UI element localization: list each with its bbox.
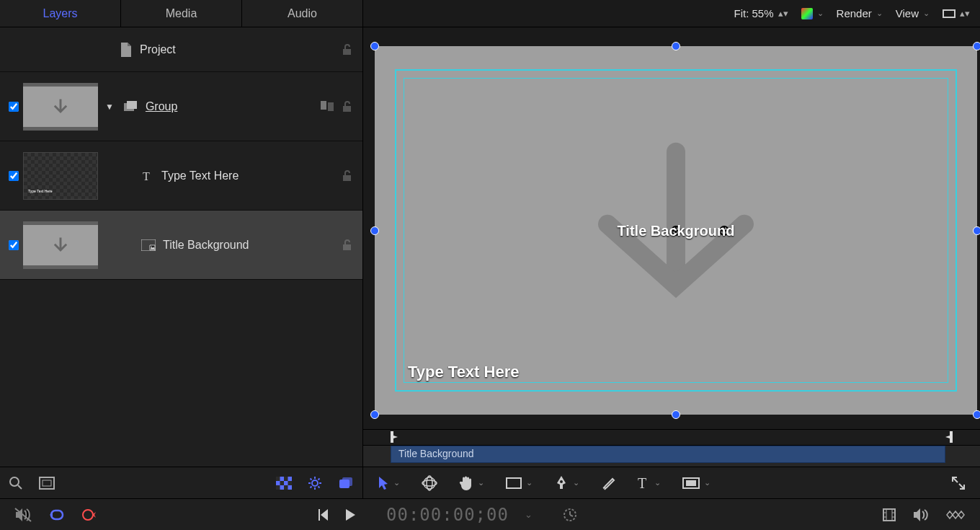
- canvas-toolbar: Fit: 55% ▴▾ ⌄ Render⌄ View⌄ ▴▾: [363, 0, 980, 27]
- svg-point-14: [312, 480, 318, 486]
- group-icon: [124, 101, 138, 112]
- svg-rect-16: [342, 477, 352, 486]
- svg-text:T: T: [143, 170, 150, 182]
- layer-row-title-background[interactable]: Title Background: [0, 211, 362, 280]
- film-icon[interactable]: [882, 508, 896, 522]
- layer-label: Group: [146, 100, 177, 113]
- svg-rect-8: [276, 477, 280, 481]
- keyframes-icon[interactable]: [944, 509, 966, 521]
- left-panel: Layers Media Audio Project: [0, 0, 363, 498]
- checker-icon[interactable]: [276, 477, 292, 490]
- gear-icon[interactable]: [308, 476, 322, 490]
- canvas-title-label: Title Background: [618, 222, 735, 239]
- layer-label: Type Text Here: [161, 169, 239, 182]
- layer-row-project[interactable]: Project: [0, 27, 362, 72]
- layer-label: Project: [140, 43, 176, 56]
- tab-media[interactable]: Media: [121, 0, 242, 27]
- layer-row-group[interactable]: ▼ Group: [0, 72, 362, 141]
- out-marker-icon[interactable]: [944, 431, 953, 443]
- mask-tool[interactable]: ⌄: [682, 477, 710, 489]
- aspect-menu[interactable]: ▴▾: [943, 9, 970, 18]
- text-icon: T: [141, 169, 154, 182]
- layer-thumbnail: [23, 221, 98, 269]
- lock-icon[interactable]: [341, 43, 354, 56]
- brush-tool[interactable]: [601, 476, 615, 490]
- fit-menu[interactable]: Fit: 55% ▴▾: [734, 7, 788, 19]
- stepper-icon: ▴▾: [778, 11, 788, 16]
- frame-icon[interactable]: [39, 477, 55, 490]
- svg-rect-13: [284, 485, 288, 490]
- layer-list: Project ▼: [0, 27, 362, 467]
- canvas-viewport[interactable]: Title Background Type Text Here: [363, 27, 980, 429]
- visibility-checkbox[interactable]: [9, 102, 19, 112]
- color-menu[interactable]: ⌄: [801, 8, 824, 19]
- mini-timeline[interactable]: Title Background: [363, 429, 980, 467]
- svg-rect-6: [43, 480, 51, 486]
- project-icon: [120, 43, 133, 57]
- mute-icon[interactable]: [14, 508, 32, 522]
- audio-icon[interactable]: [912, 508, 928, 521]
- layer-row-text[interactable]: Type Text Here T Type Text Here: [0, 141, 362, 211]
- disclosure-triangle[interactable]: ▼: [105, 102, 114, 112]
- select-tool[interactable]: ⌄: [378, 476, 400, 490]
- rect-icon: [943, 9, 956, 18]
- svg-rect-26: [883, 509, 895, 521]
- lock-icon[interactable]: [341, 100, 354, 113]
- layer-thumbnail: Type Text Here: [23, 152, 98, 200]
- handle-b[interactable]: [672, 410, 680, 419]
- pan-tool[interactable]: ⌄: [459, 475, 484, 491]
- canvas-frame[interactable]: Title Background Type Text Here: [375, 46, 977, 415]
- svg-rect-20: [507, 478, 521, 488]
- stack-icon[interactable]: [338, 477, 354, 490]
- handle-tr[interactable]: [973, 42, 980, 50]
- handle-r[interactable]: [973, 226, 980, 235]
- render-menu[interactable]: Render⌄: [837, 7, 883, 19]
- handle-br[interactable]: [973, 410, 980, 419]
- 3d-tool[interactable]: [422, 475, 437, 491]
- go-to-start-icon[interactable]: [317, 508, 329, 521]
- handle-tl[interactable]: [370, 42, 379, 50]
- record-icon[interactable]: [82, 508, 98, 522]
- lock-icon[interactable]: [341, 239, 354, 252]
- color-swatch-icon: [801, 8, 813, 19]
- search-icon[interactable]: [9, 476, 23, 490]
- timeline-clip[interactable]: Title Background: [391, 446, 945, 463]
- left-panel-footer: [0, 467, 362, 498]
- right-panel: Fit: 55% ▴▾ ⌄ Render⌄ View⌄ ▴▾: [363, 0, 980, 498]
- view-menu[interactable]: View⌄: [896, 7, 930, 19]
- visibility-checkbox[interactable]: [9, 171, 19, 181]
- text-tool[interactable]: T ⌄: [637, 476, 661, 490]
- svg-rect-12: [276, 485, 280, 490]
- svg-text:T: T: [638, 476, 646, 490]
- handle-t[interactable]: [672, 42, 680, 50]
- rectangle-tool[interactable]: ⌄: [506, 477, 533, 489]
- svg-rect-10: [280, 481, 285, 485]
- pen-tool[interactable]: ⌄: [554, 475, 579, 491]
- timeline-ruler[interactable]: [363, 430, 980, 446]
- handle-l[interactable]: [370, 226, 379, 235]
- svg-rect-5: [40, 477, 54, 489]
- svg-point-4: [10, 477, 19, 486]
- transport-bar: 00:00:00;00 ⌄: [0, 498, 980, 530]
- layer-thumbnail: [23, 83, 98, 131]
- timecode-menu-icon[interactable]: ⌄: [525, 509, 533, 520]
- svg-rect-11: [288, 481, 293, 485]
- loop-icon[interactable]: [48, 508, 66, 521]
- svg-rect-9: [284, 477, 288, 481]
- tab-audio[interactable]: Audio: [242, 0, 362, 27]
- flags-icon[interactable]: [321, 101, 335, 112]
- lock-icon[interactable]: [341, 169, 354, 182]
- expand-tool[interactable]: [951, 476, 966, 490]
- handle-bl[interactable]: [370, 410, 379, 419]
- play-icon[interactable]: [344, 508, 356, 521]
- visibility-checkbox[interactable]: [9, 240, 19, 250]
- svg-point-24: [83, 510, 93, 520]
- in-marker-icon[interactable]: [391, 431, 399, 443]
- tab-bar: Layers Media Audio: [0, 0, 362, 27]
- svg-point-19: [422, 475, 437, 491]
- timecode-display[interactable]: 00:00:00;00: [386, 505, 509, 525]
- canvas-type-label[interactable]: Type Text Here: [408, 363, 519, 381]
- clock-icon[interactable]: [563, 508, 577, 522]
- stepper-icon: ▴▾: [960, 11, 970, 16]
- tab-layers[interactable]: Layers: [0, 0, 121, 27]
